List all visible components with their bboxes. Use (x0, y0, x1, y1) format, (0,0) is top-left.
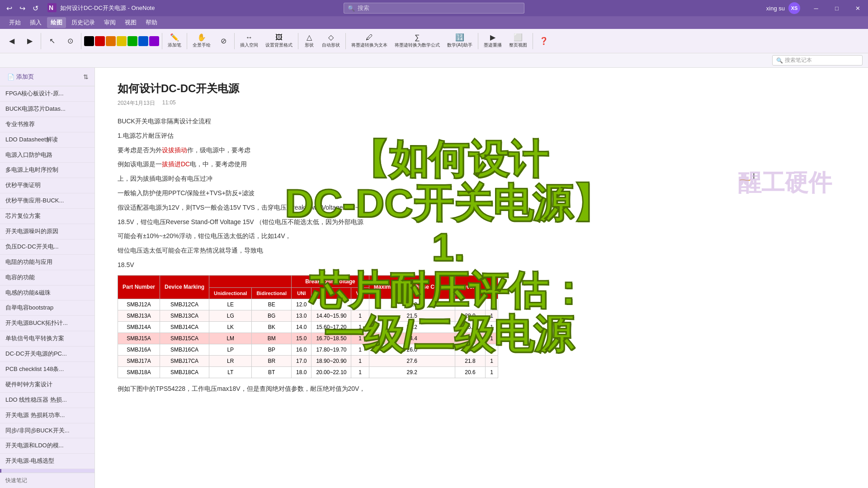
pen-purple[interactable] (149, 36, 159, 46)
lasso-btn[interactable]: ⊙ (62, 32, 78, 50)
col-reverse-end: Reverse (455, 275, 486, 299)
maximize-btn[interactable]: □ (826, 0, 847, 16)
ink-replay-icon: ▶ (490, 34, 495, 41)
auto-shape-icon: ◇ (328, 34, 334, 41)
content-line-3: 例如该电源是一拔插进DC电，中，要考虑使用 (118, 159, 845, 170)
sidebar-item-11[interactable]: 电阻的功能与应用 (0, 255, 94, 270)
sidebar-item-16[interactable]: 单轨信号电平转换方案 (0, 331, 94, 347)
title-search-box[interactable]: 🔍 搜索 (344, 3, 524, 14)
ink-replay-btn[interactable]: ▶ 墨迹重播 (481, 32, 505, 50)
insert-space-btn[interactable]: ↔ 插入空间 (237, 32, 261, 50)
table-row: SMBJ13ASMBJ13CALGBG13.014.40~15.90121.52… (118, 310, 498, 321)
sidebar-items: FPGA核心板设计-原... BUCK电源芯片Datas... 专业书推荐 LD… (0, 86, 94, 473)
eraser-icon: ⊘ (221, 38, 226, 45)
shape-btn[interactable]: △ 形状 (301, 32, 317, 50)
user-avatar[interactable]: XS (788, 2, 800, 14)
help-btn[interactable]: ❓ (536, 32, 552, 50)
eraser-btn[interactable]: ⊘ (215, 32, 231, 50)
menu-start[interactable]: 开始 (5, 17, 24, 28)
sidebar-item-3[interactable]: LDO Datasheet解读 (0, 132, 94, 148)
table-row: SMBJ16ASMBJ16CALPBP16.017.80~19.70126.02… (118, 344, 498, 355)
cursor-icon: ↖ (49, 38, 55, 45)
close-btn[interactable]: ✕ (847, 0, 868, 16)
ink-to-text-btn[interactable]: 🖊 将墨迹转换为文本 (349, 32, 390, 50)
sidebar-item-13[interactable]: 电感的功能&磁珠 (0, 286, 94, 301)
forward-btn[interactable]: ▶ (22, 32, 38, 50)
sidebar-item-22[interactable]: 同步/非同步BUCK开关... (0, 423, 94, 439)
content-area[interactable]: 如何设计DC-DC开关电源 2024年1月13日 11:05 BUCK开关电源非… (95, 68, 868, 488)
pen-black[interactable] (84, 36, 94, 46)
sidebar-item-20[interactable]: LDO 线性稳压器 热损... (0, 393, 94, 408)
sidebar-item-2[interactable]: 专业书推荐 (0, 117, 94, 132)
menu-help[interactable]: 帮助 (142, 17, 161, 28)
notebook-search[interactable]: 🔍 搜索笔记本 (772, 55, 863, 66)
pen-red[interactable] (95, 36, 105, 46)
sidebar-item-4[interactable]: 电源入口防护电路 (0, 148, 94, 163)
minimize-btn[interactable]: ─ (806, 0, 826, 16)
titlebar: ↩ ↪ ↺ N 如何设计DC-DC开关电源 - OneNote 🔍 搜索 xin… (0, 0, 868, 16)
content-line-6: 假设适配器电源为12V，则TVS一般会选15V TVS，击穿电压 Breakdo… (118, 202, 845, 213)
pen-green[interactable] (127, 36, 137, 46)
math-assist-btn[interactable]: 🔢 数学(AI)助手 (444, 32, 475, 50)
sidebar-item-9[interactable]: 开关电源噪叫的原因 (0, 224, 94, 239)
redo-btn[interactable]: ↪ (18, 4, 27, 13)
page-time: 11:05 (162, 99, 176, 107)
sidebar-item-17[interactable]: DC-DC开关电源的PC... (0, 347, 94, 362)
search-area: 🔍 搜索笔记本 (0, 53, 868, 68)
sidebar-item-8[interactable]: 芯片复位方案 (0, 209, 94, 224)
menu-review[interactable]: 审阅 (100, 17, 119, 28)
back-btn[interactable]: ◀ (4, 32, 20, 50)
user-area: xing su XS (766, 2, 800, 14)
window-controls: ─ □ ✕ (806, 0, 868, 16)
sidebar-sort-btn[interactable]: ⇅ (82, 72, 90, 82)
menubar: 开始 插入 绘图 历史记录 审阅 视图 帮助 (0, 16, 868, 29)
table-row: SMBJ12ASMBJ12CALEBE12.019.9 (118, 299, 498, 310)
pen-colors-group (84, 36, 159, 46)
sidebar-item-1[interactable]: BUCK电源芯片Datas... (0, 102, 94, 117)
sidebar-item-0[interactable]: FPGA核心板设计-原... (0, 86, 94, 102)
col-max-peak: Maximum Peak Pulse Current (369, 275, 455, 299)
sidebar-item-21[interactable]: 开关电源 热损耗功率... (0, 408, 94, 423)
pen-blue[interactable] (138, 36, 148, 46)
divider-8 (478, 33, 478, 49)
sidebar-item-14[interactable]: 自举电容bootstrap (0, 300, 94, 316)
sidebar-item-12[interactable]: 电容的功能 (0, 270, 94, 286)
add-page-btn[interactable]: 📄 添加页 (5, 71, 37, 82)
menu-draw[interactable]: 绘图 (47, 17, 66, 28)
auto-shape-btn[interactable]: ◇ 自动形状 (319, 32, 343, 50)
notebook-search-placeholder: 搜索笔记本 (785, 56, 812, 64)
cursor-btn[interactable]: ↖ (44, 32, 60, 50)
sidebar-item-18[interactable]: PCB checklist 148条... (0, 362, 94, 377)
lasso-icon: ⊙ (67, 38, 73, 45)
sidebar-item-25[interactable]: 如何设计DC-DC开关... (0, 469, 94, 473)
sidebar-item-7[interactable]: 伏秒平衡应用-BUCK... (0, 193, 94, 209)
divider-3 (162, 33, 162, 49)
full-page-btn[interactable]: ⬜ 整页视图 (506, 32, 530, 50)
sidebar-item-23[interactable]: 开关电源和LDO的模... (0, 438, 94, 454)
full-hand-btn[interactable]: ✋ 全景手绘 (190, 32, 213, 50)
menu-history[interactable]: 历史记录 (68, 17, 99, 28)
divider-5 (234, 33, 235, 49)
sidebar-item-15[interactable]: 开关电源BUCK拓扑计... (0, 316, 94, 331)
pen-orange[interactable] (106, 36, 116, 46)
add-pen-btn[interactable]: ✏️ 添加笔 (165, 32, 184, 50)
forward-icon: ▶ (27, 38, 33, 45)
undo-btn[interactable]: ↩ (5, 4, 14, 13)
sidebar-item-10[interactable]: 负压DC-DC开关电... (0, 239, 94, 255)
menu-insert[interactable]: 插入 (26, 17, 45, 28)
content-line-7: 18.5V，钳位电压Reverse Stand-Off Voltage 15V … (118, 217, 845, 228)
quick-notes-btn[interactable]: 快速笔记 (0, 473, 94, 488)
sidebar-item-24[interactable]: 开关电源-电感选型 (0, 454, 94, 469)
refresh-btn[interactable]: ↺ (31, 4, 40, 13)
ink-to-math-btn[interactable]: ∑ 将墨迹转换为数学公式 (392, 32, 443, 50)
menu-view[interactable]: 视图 (121, 17, 140, 28)
sidebar-item-5[interactable]: 多电源上电时序控制 (0, 163, 94, 178)
set-bg-icon: 🖼 (275, 34, 283, 41)
col-breakdown: Breakdown Voltage (292, 275, 369, 287)
pen-yellow[interactable] (117, 36, 127, 46)
sidebar-item-6[interactable]: 伏秒平衡证明 (0, 178, 94, 193)
set-bg-btn[interactable]: 🖼 设置背景格式 (263, 32, 295, 50)
divider-9 (533, 33, 533, 49)
sidebar-item-19[interactable]: 硬件时钟方案设计 (0, 377, 94, 393)
col-device-marking: Device Marking (160, 275, 209, 299)
